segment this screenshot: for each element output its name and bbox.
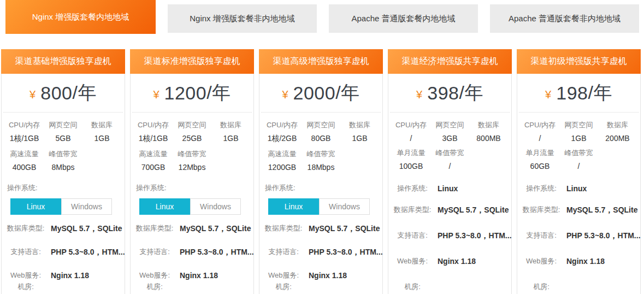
plan-price: ¥ 398 /年 (390, 74, 510, 113)
spec-value: 1核/1GB (5, 134, 44, 144)
spec-label: 高速流量 (5, 149, 44, 163)
spec-value: 700GB (134, 163, 173, 172)
detail-value: Nginx 1.18 (438, 256, 476, 267)
spec-value: 1GB (82, 134, 121, 144)
spec-grid-row1: CPU/内存 网页空间 数据库 1核/1GB 25GB 1GB (134, 120, 250, 144)
price-value: 2000 (293, 83, 336, 104)
detail-row-languages: 支持语言: PHP 5.3~8.0，HTM... (5, 247, 121, 257)
spec-label: 高速流量 (263, 149, 302, 163)
os-windows-button[interactable]: Windows (190, 198, 241, 215)
currency-symbol: ¥ (282, 85, 288, 101)
plan-details: 数据库类型: MySQL 5.7，SQLite 支持语言: PHP 5.3~8.… (392, 205, 508, 291)
detail-label: 机房: (134, 282, 175, 292)
os-linux-button[interactable]: Linux (10, 198, 61, 215)
detail-label: Web服务: (392, 256, 433, 266)
spec-value: 400GB (5, 163, 44, 172)
os-windows-button[interactable]: Windows (61, 198, 112, 215)
plan-tabs: Nginx 增强版套餐内地地域 Nginx 增强版套餐非内地地域 Apache … (0, 0, 644, 34)
spec-label: 峰值带宽 (559, 148, 598, 162)
spec-label: CPU/内存 (392, 120, 430, 134)
plan-details: 数据库类型: MySQL 5.7，SQLite 支持语言: PHP 5.3~8.… (134, 224, 250, 291)
os-value: Linux (438, 184, 458, 194)
tab-apache-basic-non-mainland[interactable]: Apache 普通版套餐非内地地域 (490, 4, 639, 33)
spec-grid-row2: 单月流量 峰值带宽 60GB / (521, 148, 637, 170)
plan-card-entry: 渠道初级增强版共享虚机 ¥ 198 /年 CPU/内存 网页空间 数据库 / 1… (517, 49, 641, 294)
plan-details: 数据库类型: MySQL 5.7，SQLite 支持语言: PHP 5.3~8.… (263, 224, 379, 291)
spec-label-empty (211, 149, 250, 163)
plan-title: 渠道标准增强版独享虚机 (130, 49, 254, 74)
tab-apache-basic-mainland[interactable]: Apache 普通版套餐内地地域 (329, 4, 478, 33)
spec-value: 12Mbps (173, 163, 211, 172)
detail-value: PHP 5.3~8.0，HTM... (180, 247, 254, 257)
price-unit: /年 (72, 80, 96, 105)
plan-specs: CPU/内存 网页空间 数据库 / 1GB 200MB 单月流量 峰值带宽 60… (517, 113, 640, 291)
detail-label: Web服务: (5, 271, 46, 280)
spec-label-empty (598, 148, 637, 162)
spec-label: 网页空间 (173, 120, 211, 134)
detail-row-languages: 支持语言: PHP 5.3~8.0，HTM... (263, 247, 379, 257)
detail-label: 数据库类型: (5, 224, 46, 233)
spec-label: 单月流量 (521, 148, 559, 162)
currency-symbol: ¥ (153, 85, 159, 101)
detail-row-languages: 支持语言: PHP 5.3~8.0，HTM... (134, 247, 250, 257)
spec-label: 网页空间 (302, 120, 340, 134)
spec-value: 800MB (469, 134, 508, 143)
os-windows-button[interactable]: Windows (319, 198, 370, 215)
spec-value: 1GB (559, 134, 598, 143)
detail-row-datacenter: 机房: (5, 282, 121, 292)
price-unit: /年 (335, 80, 359, 105)
spec-label: 数据库 (340, 120, 379, 134)
detail-value: PHP 5.3~8.0，HTM... (438, 231, 512, 241)
detail-row-database-type: 数据库类型: MySQL 5.7，SQLite (5, 224, 121, 234)
detail-value: Nginx 1.18 (51, 271, 89, 281)
detail-label: 数据库类型: (392, 205, 433, 215)
detail-label: 数据库类型: (521, 205, 562, 215)
spec-label-empty (469, 148, 508, 162)
spec-value: 60GB (521, 162, 559, 170)
detail-label: Web服务: (134, 271, 175, 280)
currency-symbol: ¥ (29, 85, 36, 101)
spec-value: 80GB (302, 134, 340, 144)
detail-row-datacenter: 机房: (134, 282, 250, 292)
detail-row-database-type: 数据库类型: MySQL 5.7，SQLite (521, 205, 637, 215)
spec-value-empty (82, 163, 121, 172)
plan-card-basic: 渠道基础增强版独享虚机 ¥ 800 /年 CPU/内存 网页空间 数据库 1核/… (1, 49, 125, 294)
detail-value: MySQL 5.7，SQLite (566, 205, 637, 215)
spec-value: 18Mbps (302, 163, 340, 172)
detail-value: Nginx 1.18 (566, 256, 605, 267)
spec-grid-row1: CPU/内存 网页空间 数据库 1核/1GB 5GB 1GB (5, 120, 121, 144)
detail-label: 机房: (5, 282, 46, 292)
spec-grid-row2: 高速流量 峰值带宽 1200GB 18Mbps (263, 149, 379, 172)
spec-label: 网页空间 (559, 120, 598, 134)
spec-grid-row1: CPU/内存 网页空间 数据库 / 3GB 800MB (392, 120, 508, 143)
spec-value: 3GB (430, 134, 469, 143)
plan-specs: CPU/内存 网页空间 数据库 / 3GB 800MB 单月流量 峰值带宽 10… (388, 113, 511, 291)
price-value: 1200 (164, 83, 207, 104)
spec-value: / (521, 134, 559, 143)
plan-specs: CPU/内存 网页空间 数据库 1核/2GB 80GB 1GB 高速流量 峰值带… (259, 113, 382, 291)
plan-title: 渠道初级增强版共享虚机 (517, 49, 641, 74)
detail-row-datacenter: 机房: (263, 282, 379, 292)
detail-value: MySQL 5.7，SQLite (309, 224, 380, 234)
detail-row-web-server: Web服务: Nginx 1.18 (392, 256, 508, 267)
spec-value: 1GB (211, 134, 250, 144)
price-value: 800 (40, 83, 72, 104)
detail-label: 机房: (263, 282, 304, 292)
currency-symbol: ¥ (416, 85, 422, 101)
tab-nginx-enhanced-non-mainland[interactable]: Nginx 增强版套餐非内地地域 (168, 4, 317, 33)
spec-grid-row1: CPU/内存 网页空间 数据库 1核/2GB 80GB 1GB (263, 120, 379, 144)
detail-label: 机房: (521, 282, 562, 292)
plan-price: ¥ 198 /年 (519, 74, 639, 113)
detail-row-web-server: Web服务: Nginx 1.18 (263, 271, 379, 281)
plan-price: ¥ 2000 /年 (261, 74, 381, 113)
spec-label-empty (340, 149, 379, 163)
detail-value: MySQL 5.7，SQLite (51, 224, 122, 234)
plan-card-standard: 渠道标准增强版独享虚机 ¥ 1200 /年 CPU/内存 网页空间 数据库 1核… (130, 49, 254, 294)
os-linux-button[interactable]: Linux (268, 198, 319, 215)
detail-label: 支持语言: (392, 231, 433, 240)
tab-nginx-enhanced-mainland[interactable]: Nginx 增强版套餐内地地域 (5, 0, 156, 34)
os-linux-button[interactable]: Linux (139, 198, 190, 215)
os-label: 操作系统: (392, 184, 433, 193)
spec-value: 200MB (598, 134, 637, 143)
plan-specs: CPU/内存 网页空间 数据库 1核/1GB 5GB 1GB 高速流量 峰值带宽… (2, 113, 125, 291)
